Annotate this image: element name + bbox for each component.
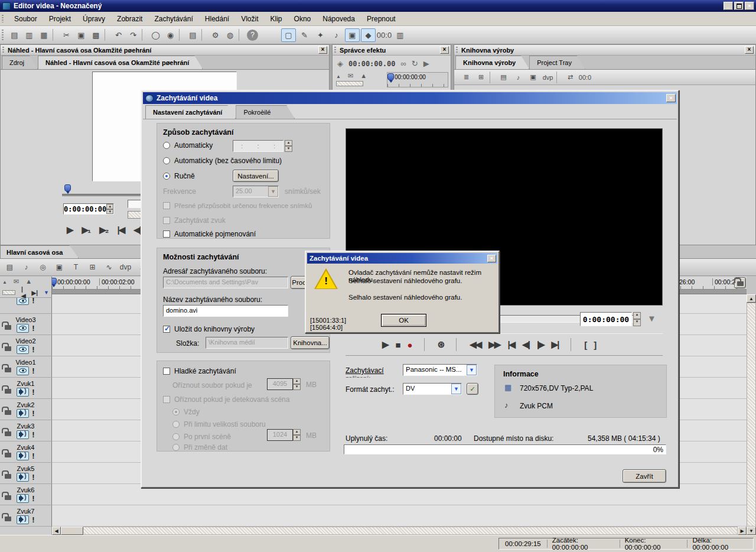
menu-item[interactable]: Klip bbox=[265, 13, 288, 25]
menu-item[interactable]: Projekt bbox=[43, 13, 77, 25]
split-size-spinner[interactable]: ▲▼ bbox=[293, 378, 301, 390]
copy-icon[interactable]: ▣ bbox=[74, 28, 89, 42]
timecode-spinner[interactable]: ▲▼ bbox=[106, 204, 113, 214]
playhead-marker[interactable] bbox=[64, 184, 71, 191]
thumbnail-view-icon[interactable]: ⊞ bbox=[474, 70, 488, 84]
go-start-icon[interactable]: |◀ bbox=[118, 225, 125, 235]
menu-item[interactable]: Nápoveda bbox=[317, 13, 361, 25]
preview-timecode[interactable]: 0:00:00:00 ▲▼ bbox=[63, 203, 114, 215]
tab-library[interactable]: Knihovna výroby bbox=[455, 56, 529, 69]
clip-notes-icon[interactable]: ♪ bbox=[329, 28, 344, 42]
track-toggle[interactable] bbox=[17, 409, 29, 418]
link-icon[interactable]: ∞ bbox=[400, 59, 406, 68]
capture-panel-icon[interactable]: ✎ bbox=[297, 28, 312, 42]
track-alert-icon[interactable]: ! bbox=[32, 345, 34, 354]
library-button[interactable]: Knihovna... bbox=[291, 336, 330, 349]
add-video-icon[interactable]: ▤ bbox=[496, 70, 511, 84]
track-alert-icon[interactable]: ! bbox=[32, 324, 34, 333]
divider[interactable] bbox=[105, 29, 110, 41]
lock-icon[interactable] bbox=[5, 368, 11, 372]
add-image-icon[interactable]: ▣ bbox=[526, 70, 540, 84]
ok-button[interactable]: OK bbox=[381, 314, 426, 327]
add-image-icon[interactable]: ▣ bbox=[52, 261, 67, 274]
mark-in-button[interactable]: [ bbox=[584, 340, 586, 350]
radio-automatic-nolimit[interactable] bbox=[163, 157, 170, 164]
format-properties-button[interactable]: ✓ bbox=[467, 383, 478, 395]
world-icon[interactable]: ◍ bbox=[223, 28, 237, 42]
radio-automatic[interactable] bbox=[163, 142, 170, 149]
play-clip-icon[interactable]: ▶₂ bbox=[99, 225, 107, 235]
dropdown-icon[interactable]: ▼ bbox=[44, 290, 49, 296]
list-view-icon[interactable]: ≣ bbox=[459, 70, 474, 84]
wizard-icon[interactable]: ✦ bbox=[313, 28, 328, 42]
track-toggle[interactable] bbox=[17, 515, 29, 524]
close-panel-button[interactable]: × bbox=[318, 46, 327, 54]
minimize-button[interactable]: _ bbox=[724, 2, 733, 10]
down-arrow-icon[interactable]: ▼ bbox=[647, 313, 656, 323]
capture-timecode-spinner[interactable]: ▲▼ bbox=[633, 312, 641, 326]
track-lane[interactable] bbox=[52, 505, 747, 527]
checkbox-save-to-library[interactable] bbox=[163, 326, 170, 333]
save-project-icon[interactable]: ▦ bbox=[37, 28, 51, 42]
fade-in-icon[interactable]: ▲ bbox=[2, 280, 7, 285]
fast-forward-button[interactable]: ▶▶ bbox=[488, 339, 500, 350]
mark-out-button[interactable]: ] bbox=[594, 340, 595, 350]
play-icon[interactable]: ▶ bbox=[67, 225, 73, 235]
tab-capture-settings[interactable]: Nastavení zachytávání bbox=[145, 105, 236, 119]
divider[interactable] bbox=[142, 29, 147, 41]
track-toggle[interactable] bbox=[17, 473, 29, 482]
relink-icon[interactable]: ⇄ bbox=[563, 70, 578, 84]
layout-icon[interactable]: ▥ bbox=[393, 28, 408, 42]
first-scene-spinner[interactable]: ▲▼ bbox=[293, 429, 301, 441]
timecode-icon[interactable]: 00:0 bbox=[578, 70, 592, 84]
lock-icon[interactable] bbox=[5, 453, 11, 457]
effect-panel-icon[interactable]: ◆ bbox=[361, 28, 376, 42]
go-end-icon[interactable]: ▶| bbox=[32, 290, 38, 296]
divider[interactable] bbox=[424, 338, 425, 351]
lock-icon[interactable] bbox=[5, 495, 11, 500]
close-dialog-button[interactable]: × bbox=[487, 255, 496, 262]
add-title-icon[interactable]: T bbox=[69, 261, 83, 274]
film-roll-icon[interactable]: ▤ bbox=[185, 28, 200, 42]
help-icon[interactable]: ? bbox=[247, 30, 258, 41]
checkbox-seamless-capture[interactable] bbox=[163, 368, 170, 375]
capture-device-select[interactable]: Panasonic -- MS...▼ bbox=[403, 364, 477, 376]
divider[interactable] bbox=[239, 29, 244, 41]
library-panel-icon[interactable]: ▣ bbox=[345, 28, 360, 42]
playhead-marker[interactable] bbox=[387, 73, 394, 80]
step-forward-button[interactable]: |▶ bbox=[537, 339, 544, 350]
scroll-right-button[interactable]: ▶ bbox=[738, 527, 747, 535]
stop-button[interactable]: ■ bbox=[396, 340, 400, 350]
timeline-hscrollbar[interactable]: ◀ ▶ bbox=[0, 527, 747, 535]
mix-slider[interactable] bbox=[336, 81, 363, 86]
divider[interactable] bbox=[456, 338, 457, 351]
rewind-button[interactable]: ◀◀ bbox=[470, 339, 481, 350]
add-audio-icon[interactable]: ♪ bbox=[511, 70, 526, 84]
add-audio-track-icon[interactable]: ♪ bbox=[19, 261, 34, 274]
fade-in-icon[interactable]: ▲ bbox=[336, 74, 341, 79]
menu-item[interactable]: Prepnout bbox=[361, 13, 402, 25]
lock-icon[interactable] bbox=[5, 431, 11, 436]
lock-icon[interactable] bbox=[5, 346, 11, 351]
track-alert-icon[interactable]: ! bbox=[32, 494, 34, 503]
checkbox-auto-naming[interactable] bbox=[163, 230, 170, 238]
lock-icon[interactable] bbox=[5, 389, 11, 394]
radio-manual[interactable] bbox=[163, 173, 170, 180]
close-button[interactable]: × bbox=[745, 2, 754, 10]
scroll-left-button[interactable]: ◀ bbox=[52, 527, 61, 535]
add-effect-icon[interactable]: ∿ bbox=[102, 261, 116, 274]
track-alert-icon[interactable]: ! bbox=[32, 388, 34, 397]
capture-directory-field[interactable]: C:\Documents and Settings\Pav bbox=[163, 277, 288, 288]
lock-icon[interactable] bbox=[5, 474, 11, 479]
lock-icon[interactable] bbox=[5, 325, 11, 330]
new-document-icon[interactable]: ▤ bbox=[7, 28, 22, 42]
radio-after-first-scene[interactable] bbox=[172, 433, 180, 440]
close-panel-button[interactable]: × bbox=[440, 46, 449, 54]
record-voice-icon[interactable]: ◎ bbox=[35, 261, 50, 274]
tab-project-tray[interactable]: Project Tray bbox=[529, 56, 585, 69]
radio-always[interactable] bbox=[172, 408, 180, 415]
library-folder-field[interactable]: \Knihovna médií bbox=[206, 337, 288, 349]
play-icon[interactable]: ▶ bbox=[423, 59, 429, 68]
timecode-panel-icon[interactable]: 00:0 bbox=[377, 28, 392, 42]
go-start-icon[interactable]: |◀ bbox=[21, 286, 26, 299]
